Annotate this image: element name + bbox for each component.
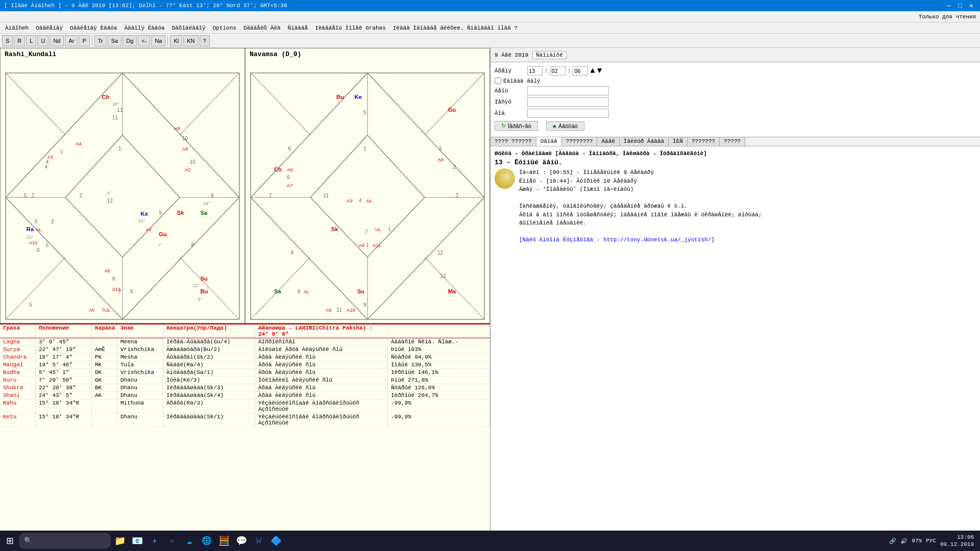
info-tab-oggi[interactable]: Oâîäâ <box>536 137 562 146</box>
cell-ayana: Yêçàëüóèëîñîaàé Àîàðñóàëîðúüóñ Àçðîñëüóë <box>255 399 388 413</box>
svg-text:6: 6 <box>287 174 290 180</box>
info-tab-ien[interactable]: ÌÈÑ <box>669 137 688 146</box>
svg-text:7: 7 <box>365 229 368 235</box>
info-tab-aadel[interactable]: Ääâë <box>597 137 619 146</box>
cell-graha-chandra: Chandra <box>0 354 36 361</box>
info-tab-mollar[interactable]: Ìäëëöð Àáàäà <box>620 137 669 146</box>
cell-naksh: Àióäàäðà(Sa/1) <box>163 369 255 376</box>
taskbar-calc-icon[interactable]: 🧮 <box>216 533 232 549</box>
rashi-svg: 11 10 9 8 7 6 5 4 1 2 3 Ch 18° 11 <box>1 60 244 323</box>
taskbar-colorful-icon[interactable]: 🔷 <box>268 533 284 549</box>
toolbar-btn-l[interactable]: L <box>26 35 36 46</box>
time-hours-input[interactable] <box>527 66 543 76</box>
info-tab-ques3[interactable]: ??????? <box>688 137 720 146</box>
info-tab-ques2[interactable]: ???????? <box>562 137 598 146</box>
cell-extra: Ñòàðûé 94,9% <box>388 354 490 361</box>
cell-pos: 22° 20' 38" <box>36 384 92 391</box>
year-input[interactable] <box>527 109 609 118</box>
menu-daadels[interactable]: Däàäåëß Äëà <box>240 24 284 32</box>
taskbar-telegram-icon[interactable]: ✈ <box>146 533 163 549</box>
cell-graha: Guru <box>0 377 36 384</box>
taskbar-excel-icon[interactable]: ✕ <box>164 533 180 549</box>
toolbar-btn-s[interactable]: S <box>2 35 13 46</box>
toolbar-btn-back[interactable]: <- <box>138 35 150 46</box>
menu-niodaela[interactable]: Ñiäàäå <box>285 24 311 32</box>
toolbar-btn-help[interactable]: ? <box>200 35 210 46</box>
col-graha: Граха <box>0 324 36 338</box>
local-time-checkbox[interactable] <box>495 78 501 84</box>
toolbar-btn-kl[interactable]: Kl <box>170 35 182 46</box>
cell-graha: Budha <box>0 369 36 376</box>
time-up-arrow[interactable]: ▲ <box>590 66 595 76</box>
navamsa-title: Navamsa (D_9) <box>246 48 489 60</box>
svg-text:Gu: Gu <box>159 231 167 237</box>
time-down-arrow[interactable]: ▼ <box>597 66 602 76</box>
time-minutes-input[interactable] <box>550 66 566 76</box>
day-input[interactable] <box>527 86 609 95</box>
menu-grahas[interactable]: Ièàäáåîú Ìîlâë Grahas <box>312 24 389 32</box>
day-number: 13 - Ëóííûé äåíü. <box>495 159 976 166</box>
taskbar-mail-icon[interactable]: 📧 <box>129 533 145 549</box>
svg-text:7°: 7° <box>158 243 162 248</box>
taskbar-chrome-icon[interactable]: 🌐 <box>199 533 215 549</box>
svg-text:1: 1 <box>366 242 369 248</box>
cell-znak: Meena <box>117 338 163 345</box>
taskbar-file-icon[interactable]: 📁 <box>112 533 128 549</box>
menu-aidineh[interactable]: Àiäîhеh <box>2 24 32 32</box>
menu-dexodla[interactable]: Däõîäëàäîÿ <box>169 24 209 32</box>
main-content: Rashi_Kundali <box>0 48 980 551</box>
taskbar-time: 13:06 <box>940 534 974 541</box>
svg-text:6: 6 <box>130 289 133 294</box>
menu-odalenaya2[interactable]: Oäàëåiàÿ Èàáóa <box>67 24 120 32</box>
toolbar-btn-p[interactable]: P <box>79 35 89 46</box>
start-button[interactable]: ⊞ <box>2 533 18 548</box>
info-tab-ques1[interactable]: ???? ?????? <box>491 137 536 146</box>
year-row: Ãîä <box>495 109 976 118</box>
minimize-button[interactable]: — <box>944 1 953 10</box>
time-seconds-input[interactable] <box>573 66 588 76</box>
auto-label: Àâòîìàò <box>558 123 578 129</box>
taskbar-msg-icon[interactable]: 💬 <box>233 533 250 549</box>
right-info-panel: ???? ?????? Oâîäâ ???????? Ääâë Ìäëëöð À… <box>491 137 980 551</box>
menu-last[interactable]: Ièàäà Ìäiàääå äëëõee. Ñiäiàääî ïlàä ? <box>390 24 521 32</box>
taskbar-battery: 97% <box>912 538 922 544</box>
taskbar-skype-icon[interactable]: ☁ <box>181 533 198 549</box>
tab-shodnapisny[interactable]: Ñäîiàïõé <box>532 51 567 59</box>
close-button[interactable]: ✕ <box>967 1 976 10</box>
info-tab-ques4[interactable]: ????? <box>720 137 745 146</box>
svg-text:Su: Su <box>357 288 364 294</box>
toolbar-btn-u[interactable]: U <box>37 35 48 46</box>
toolbar-btn-nd[interactable]: Nd <box>50 35 64 46</box>
col-extra <box>388 324 490 338</box>
toolbar-btn-kn[interactable]: KN <box>183 35 198 46</box>
auto-button[interactable]: ♣ Àâòîìàò <box>546 121 584 131</box>
svg-text:12: 12 <box>437 250 444 256</box>
toolbar-btn-na[interactable]: Na <box>151 35 165 46</box>
svg-text:5: 5 <box>363 110 366 115</box>
svg-text:A5: A5 <box>326 308 332 313</box>
cell-ayana: Áîëüøîé Àðóà Àèäÿüñëé ñlú <box>255 346 388 353</box>
toolbar-btn-r[interactable]: R <box>14 35 25 46</box>
toolbar-btn-dg[interactable]: Dg <box>122 35 137 46</box>
toolbar-btn-ar[interactable]: Ar <box>65 35 78 46</box>
svg-text:8: 8 <box>191 242 194 248</box>
svg-text:AL: AL <box>36 227 41 232</box>
svg-text:A4: A4 <box>366 198 372 204</box>
cell-znak: Dhanu <box>117 413 163 427</box>
recalc-button[interactable]: ↻ Ïåðåñ÷åò <box>495 121 538 131</box>
menu-options[interactable]: Options <box>210 24 239 32</box>
taskbar-search-icon[interactable]: 🔍 <box>19 533 111 549</box>
maximize-button[interactable]: □ <box>955 1 965 10</box>
menu-adapt[interactable]: Àäàïlÿ Èàáóa <box>121 24 167 32</box>
menu-odalenaya[interactable]: Oäàëåiàÿ <box>33 24 66 32</box>
svg-text:Ke: Ke <box>355 94 362 100</box>
cell-karaka: GK <box>92 377 117 384</box>
toolbar-btn-sa[interactable]: Sa <box>108 35 121 46</box>
charts-row: Rashi_Kundali <box>0 48 490 323</box>
svg-text:A11: A11 <box>373 243 381 248</box>
taskbar-word-icon[interactable]: W <box>251 533 267 549</box>
svg-text:Sa: Sa <box>274 288 281 294</box>
auto-icon: ♣ <box>553 123 556 129</box>
month-input[interactable] <box>527 97 609 107</box>
toolbar-btn-tr[interactable]: Tr <box>94 35 107 46</box>
